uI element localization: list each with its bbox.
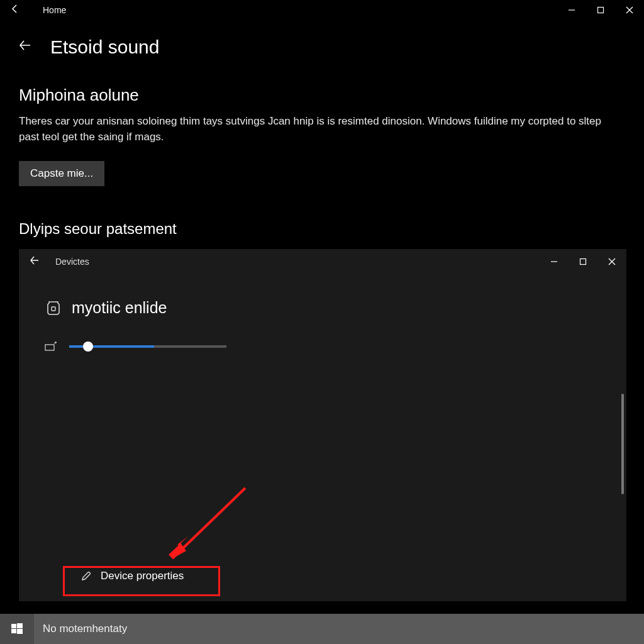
annotation-arrow-icon [145, 484, 252, 566]
svg-rect-10 [17, 623, 23, 628]
outer-content: Etsoid sound Miphoina aolune Theres car … [0, 36, 644, 238]
svg-rect-3 [580, 259, 586, 265]
inner-titlebar: Devictes [19, 249, 626, 274]
page-header: Etsoid sound [19, 36, 625, 58]
inner-back-icon[interactable] [19, 255, 50, 268]
svg-rect-9 [11, 624, 16, 628]
svg-rect-12 [17, 629, 23, 634]
section-title-devices: Dlyips seour patsement [19, 220, 625, 238]
minimize-button[interactable] [557, 0, 586, 20]
volume-slider-row [44, 340, 626, 353]
device-icon [44, 298, 63, 317]
svg-rect-4 [52, 307, 55, 311]
outer-titlebar: Home [0, 0, 644, 20]
inner-maximize-button[interactable] [569, 252, 597, 272]
close-button[interactable] [615, 0, 644, 20]
device-name: myotiic enlide [72, 299, 167, 317]
slider-thumb[interactable] [83, 341, 93, 352]
taskbar-search[interactable]: No motemhentaty [34, 614, 136, 644]
section-desc: Theres car your anisnan soloineg thim ta… [19, 114, 623, 145]
inner-minimize-button[interactable] [540, 252, 569, 272]
slider-icon [44, 340, 58, 353]
devices-window: Devictes myotiic enlide [19, 249, 626, 601]
volume-slider[interactable] [69, 345, 226, 348]
page-back-icon[interactable] [19, 39, 31, 55]
back-icon[interactable] [0, 4, 30, 16]
slider-fill [69, 345, 154, 348]
start-button[interactable] [0, 614, 34, 644]
taskbar-search-text: No motemhentaty [43, 623, 127, 635]
annotation-box [63, 566, 220, 596]
maximize-button[interactable] [586, 0, 615, 20]
capste-button[interactable]: Capste mie... [19, 161, 104, 186]
svg-rect-11 [11, 629, 16, 633]
device-row: myotiic enlide [44, 298, 626, 317]
section-title-volume: Miphoina aolune [19, 86, 625, 105]
inner-breadcrumb[interactable]: Devictes [55, 257, 89, 267]
taskbar: No motemhentaty [0, 614, 644, 644]
inner-close-button[interactable] [597, 252, 626, 272]
settings-window: Home Etsoid sound Miphoina aolune Theres… [0, 0, 644, 614]
svg-rect-5 [45, 345, 54, 350]
scrollbar[interactable] [621, 394, 624, 494]
svg-rect-1 [598, 8, 604, 13]
window-home-label[interactable]: Home [43, 5, 66, 15]
windows-icon [11, 623, 23, 635]
page-title: Etsoid sound [50, 36, 159, 58]
